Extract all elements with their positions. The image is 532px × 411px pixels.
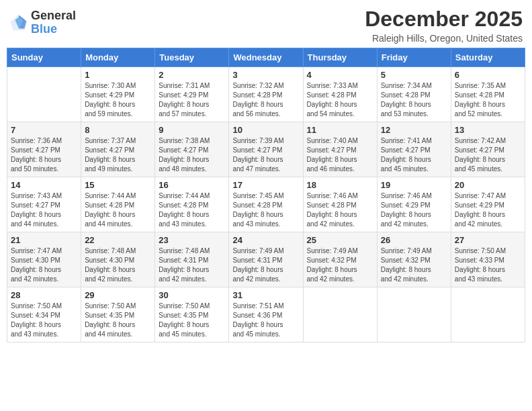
calendar-day-cell: 11Sunrise: 7:40 AM Sunset: 4:27 PM Dayli… xyxy=(303,122,377,177)
calendar-day-cell: 28Sunrise: 7:50 AM Sunset: 4:34 PM Dayli… xyxy=(7,287,81,342)
day-info: Sunrise: 7:48 AM Sunset: 4:30 PM Dayligh… xyxy=(85,246,151,284)
day-info: Sunrise: 7:40 AM Sunset: 4:27 PM Dayligh… xyxy=(307,136,373,174)
calendar-day-cell: 3Sunrise: 7:32 AM Sunset: 4:28 PM Daylig… xyxy=(229,67,303,122)
calendar-day-cell: 6Sunrise: 7:35 AM Sunset: 4:28 PM Daylig… xyxy=(451,67,525,122)
day-number: 11 xyxy=(307,125,373,135)
calendar-week-row: 14Sunrise: 7:43 AM Sunset: 4:27 PM Dayli… xyxy=(7,177,525,232)
day-number: 19 xyxy=(381,180,447,190)
day-info: Sunrise: 7:36 AM Sunset: 4:27 PM Dayligh… xyxy=(11,136,77,174)
day-info: Sunrise: 7:31 AM Sunset: 4:29 PM Dayligh… xyxy=(159,81,225,119)
day-number: 26 xyxy=(381,235,447,245)
calendar-week-row: 7Sunrise: 7:36 AM Sunset: 4:27 PM Daylig… xyxy=(7,122,525,177)
calendar-header-sunday: Sunday xyxy=(7,48,81,67)
page-header: General Blue December 2025 Raleigh Hills… xyxy=(7,7,525,44)
day-number: 31 xyxy=(232,290,299,300)
day-info: Sunrise: 7:35 AM Sunset: 4:28 PM Dayligh… xyxy=(455,81,521,119)
day-info: Sunrise: 7:50 AM Sunset: 4:33 PM Dayligh… xyxy=(455,246,521,284)
day-number: 24 xyxy=(232,235,299,245)
day-info: Sunrise: 7:34 AM Sunset: 4:28 PM Dayligh… xyxy=(381,81,447,119)
calendar-day-cell: 12Sunrise: 7:41 AM Sunset: 4:27 PM Dayli… xyxy=(377,122,451,177)
day-info: Sunrise: 7:33 AM Sunset: 4:28 PM Dayligh… xyxy=(307,81,373,119)
calendar-header-row: SundayMondayTuesdayWednesdayThursdayFrid… xyxy=(7,48,525,67)
calendar-header-saturday: Saturday xyxy=(451,48,525,67)
day-number: 17 xyxy=(232,180,299,190)
day-info: Sunrise: 7:49 AM Sunset: 4:32 PM Dayligh… xyxy=(381,246,447,284)
calendar-day-cell: 1Sunrise: 7:30 AM Sunset: 4:29 PM Daylig… xyxy=(81,67,155,122)
day-number: 4 xyxy=(307,70,373,80)
day-number: 8 xyxy=(85,125,151,135)
day-number: 10 xyxy=(232,125,299,135)
calendar-day-cell: 20Sunrise: 7:47 AM Sunset: 4:29 PM Dayli… xyxy=(451,177,525,232)
calendar-day-cell: 31Sunrise: 7:51 AM Sunset: 4:36 PM Dayli… xyxy=(229,287,303,342)
calendar-day-cell xyxy=(377,287,451,342)
day-number: 9 xyxy=(159,125,225,135)
location: Raleigh Hills, Oregon, United States xyxy=(365,33,523,44)
calendar-day-cell: 2Sunrise: 7:31 AM Sunset: 4:29 PM Daylig… xyxy=(155,67,229,122)
calendar-day-cell: 10Sunrise: 7:39 AM Sunset: 4:27 PM Dayli… xyxy=(229,122,303,177)
calendar-week-row: 21Sunrise: 7:47 AM Sunset: 4:30 PM Dayli… xyxy=(7,232,525,287)
logo: General Blue xyxy=(9,9,76,36)
day-info: Sunrise: 7:41 AM Sunset: 4:27 PM Dayligh… xyxy=(381,136,447,174)
calendar-day-cell xyxy=(303,287,377,342)
day-number: 6 xyxy=(455,70,521,80)
day-info: Sunrise: 7:37 AM Sunset: 4:27 PM Dayligh… xyxy=(85,136,151,174)
day-info: Sunrise: 7:49 AM Sunset: 4:32 PM Dayligh… xyxy=(307,246,373,284)
day-info: Sunrise: 7:47 AM Sunset: 4:30 PM Dayligh… xyxy=(11,246,77,284)
calendar-day-cell: 22Sunrise: 7:48 AM Sunset: 4:30 PM Dayli… xyxy=(81,232,155,287)
day-number: 12 xyxy=(381,125,447,135)
day-info: Sunrise: 7:50 AM Sunset: 4:35 PM Dayligh… xyxy=(85,302,151,339)
day-info: Sunrise: 7:45 AM Sunset: 4:28 PM Dayligh… xyxy=(232,191,299,229)
day-number: 28 xyxy=(11,290,77,300)
day-number: 21 xyxy=(11,235,77,245)
day-info: Sunrise: 7:46 AM Sunset: 4:29 PM Dayligh… xyxy=(381,191,447,229)
calendar-day-cell: 7Sunrise: 7:36 AM Sunset: 4:27 PM Daylig… xyxy=(7,122,81,177)
calendar-header-wednesday: Wednesday xyxy=(229,48,303,67)
calendar-day-cell: 23Sunrise: 7:48 AM Sunset: 4:31 PM Dayli… xyxy=(155,232,229,287)
calendar-day-cell: 9Sunrise: 7:38 AM Sunset: 4:27 PM Daylig… xyxy=(155,122,229,177)
day-info: Sunrise: 7:42 AM Sunset: 4:27 PM Dayligh… xyxy=(455,136,521,174)
calendar-day-cell: 24Sunrise: 7:49 AM Sunset: 4:31 PM Dayli… xyxy=(229,232,303,287)
day-number: 7 xyxy=(11,125,77,135)
logo-text: General Blue xyxy=(31,9,76,36)
day-number: 5 xyxy=(381,70,447,80)
calendar-day-cell: 21Sunrise: 7:47 AM Sunset: 4:30 PM Dayli… xyxy=(7,232,81,287)
day-number: 3 xyxy=(232,70,299,80)
calendar-day-cell xyxy=(7,67,81,122)
calendar-header-thursday: Thursday xyxy=(303,48,377,67)
day-info: Sunrise: 7:50 AM Sunset: 4:34 PM Dayligh… xyxy=(11,302,77,339)
calendar-header-monday: Monday xyxy=(81,48,155,67)
calendar-day-cell: 4Sunrise: 7:33 AM Sunset: 4:28 PM Daylig… xyxy=(303,67,377,122)
calendar-day-cell: 19Sunrise: 7:46 AM Sunset: 4:29 PM Dayli… xyxy=(377,177,451,232)
calendar-day-cell: 29Sunrise: 7:50 AM Sunset: 4:35 PM Dayli… xyxy=(81,287,155,342)
day-info: Sunrise: 7:43 AM Sunset: 4:27 PM Dayligh… xyxy=(11,191,77,229)
day-number: 15 xyxy=(85,180,151,190)
calendar-day-cell xyxy=(451,287,525,342)
day-number: 22 xyxy=(85,235,151,245)
calendar-day-cell: 17Sunrise: 7:45 AM Sunset: 4:28 PM Dayli… xyxy=(229,177,303,232)
calendar-day-cell: 25Sunrise: 7:49 AM Sunset: 4:32 PM Dayli… xyxy=(303,232,377,287)
calendar-day-cell: 30Sunrise: 7:50 AM Sunset: 4:35 PM Dayli… xyxy=(155,287,229,342)
day-number: 20 xyxy=(455,180,521,190)
calendar-day-cell: 13Sunrise: 7:42 AM Sunset: 4:27 PM Dayli… xyxy=(451,122,525,177)
day-number: 13 xyxy=(455,125,521,135)
calendar-week-row: 1Sunrise: 7:30 AM Sunset: 4:29 PM Daylig… xyxy=(7,67,525,122)
calendar-day-cell: 27Sunrise: 7:50 AM Sunset: 4:33 PM Dayli… xyxy=(451,232,525,287)
day-info: Sunrise: 7:44 AM Sunset: 4:28 PM Dayligh… xyxy=(85,191,151,229)
day-info: Sunrise: 7:38 AM Sunset: 4:27 PM Dayligh… xyxy=(159,136,225,174)
calendar-table: SundayMondayTuesdayWednesdayThursdayFrid… xyxy=(7,48,525,342)
day-number: 30 xyxy=(159,290,225,300)
logo-blue: Blue xyxy=(31,23,76,36)
logo-icon xyxy=(9,13,28,32)
calendar-day-cell: 18Sunrise: 7:46 AM Sunset: 4:28 PM Dayli… xyxy=(303,177,377,232)
title-block: December 2025 Raleigh Hills, Oregon, Uni… xyxy=(365,7,523,44)
day-number: 2 xyxy=(159,70,225,80)
logo-general: General xyxy=(31,9,76,23)
day-info: Sunrise: 7:46 AM Sunset: 4:28 PM Dayligh… xyxy=(307,191,373,229)
day-info: Sunrise: 7:44 AM Sunset: 4:28 PM Dayligh… xyxy=(159,191,225,229)
calendar-day-cell: 5Sunrise: 7:34 AM Sunset: 4:28 PM Daylig… xyxy=(377,67,451,122)
calendar-day-cell: 16Sunrise: 7:44 AM Sunset: 4:28 PM Dayli… xyxy=(155,177,229,232)
day-info: Sunrise: 7:51 AM Sunset: 4:36 PM Dayligh… xyxy=(232,302,299,339)
calendar-day-cell: 26Sunrise: 7:49 AM Sunset: 4:32 PM Dayli… xyxy=(377,232,451,287)
calendar-day-cell: 15Sunrise: 7:44 AM Sunset: 4:28 PM Dayli… xyxy=(81,177,155,232)
day-info: Sunrise: 7:50 AM Sunset: 4:35 PM Dayligh… xyxy=(159,302,225,339)
